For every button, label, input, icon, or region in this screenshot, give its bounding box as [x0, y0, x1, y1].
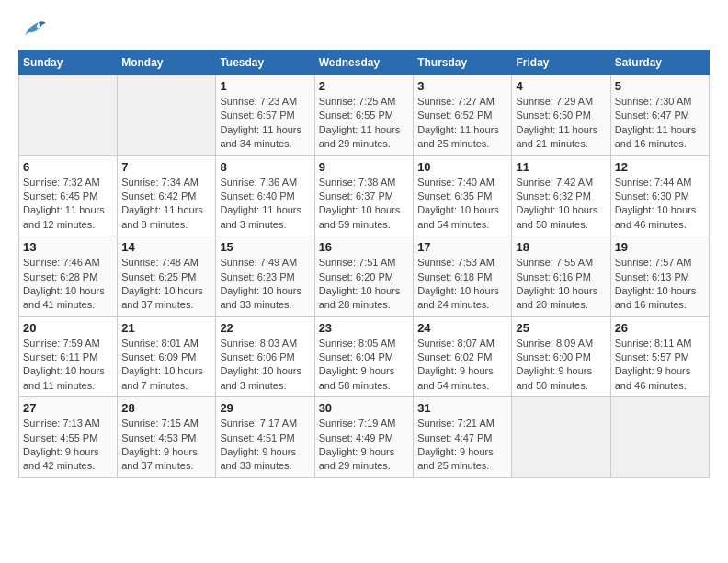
- calendar-table: SundayMondayTuesdayWednesdayThursdayFrid…: [18, 50, 710, 478]
- day-number: 10: [417, 160, 507, 174]
- calendar-header: SundayMondayTuesdayWednesdayThursdayFrid…: [19, 51, 710, 75]
- calendar-day-cell: 29Sunrise: 7:17 AMSunset: 4:51 PMDayligh…: [216, 397, 314, 478]
- day-number: 5: [615, 79, 705, 93]
- day-number: 20: [23, 321, 113, 335]
- logo-bird-icon: [20, 18, 48, 40]
- calendar-day-cell: 5Sunrise: 7:30 AMSunset: 6:47 PMDaylight…: [610, 75, 709, 156]
- day-number: 31: [417, 401, 507, 415]
- day-info: Sunrise: 7:38 AMSunset: 6:37 PMDaylight:…: [319, 177, 401, 230]
- logo: [18, 18, 48, 40]
- day-number: 19: [615, 240, 705, 254]
- day-number: 12: [615, 160, 705, 174]
- day-info: Sunrise: 7:27 AMSunset: 6:52 PMDaylight:…: [417, 96, 499, 149]
- day-number: 29: [220, 401, 310, 415]
- day-info: Sunrise: 7:55 AMSunset: 6:16 PMDaylight:…: [516, 257, 597, 310]
- day-number: 2: [319, 79, 410, 93]
- day-number: 21: [121, 321, 211, 335]
- calendar-day-cell: 8Sunrise: 7:36 AMSunset: 6:40 PMDaylight…: [216, 155, 314, 236]
- day-info: Sunrise: 7:44 AMSunset: 6:30 PMDaylight:…: [615, 177, 697, 230]
- calendar-day-cell: 28Sunrise: 7:15 AMSunset: 4:53 PMDayligh…: [118, 397, 216, 478]
- calendar-week-row: 20Sunrise: 7:59 AMSunset: 6:11 PMDayligh…: [19, 316, 710, 397]
- day-info: Sunrise: 7:49 AMSunset: 6:23 PMDaylight:…: [220, 257, 301, 310]
- day-info: Sunrise: 7:23 AMSunset: 6:57 PMDaylight:…: [220, 96, 301, 149]
- calendar-day-cell: 13Sunrise: 7:46 AMSunset: 6:28 PMDayligh…: [19, 236, 118, 317]
- day-info: Sunrise: 8:03 AMSunset: 6:06 PMDaylight:…: [220, 338, 301, 391]
- day-info: Sunrise: 8:11 AMSunset: 5:57 PMDaylight:…: [615, 338, 692, 391]
- calendar-day-cell: 7Sunrise: 7:34 AMSunset: 6:42 PMDaylight…: [118, 155, 216, 236]
- calendar-day-cell: 11Sunrise: 7:42 AMSunset: 6:32 PMDayligh…: [512, 155, 610, 236]
- day-number: 4: [516, 79, 606, 93]
- calendar-day-cell: 9Sunrise: 7:38 AMSunset: 6:37 PMDaylight…: [314, 155, 414, 236]
- calendar-day-cell: 14Sunrise: 7:48 AMSunset: 6:25 PMDayligh…: [118, 236, 216, 317]
- calendar-day-cell: 6Sunrise: 7:32 AMSunset: 6:45 PMDaylight…: [19, 155, 118, 236]
- day-number: 7: [121, 160, 211, 174]
- day-info: Sunrise: 7:19 AMSunset: 4:49 PMDaylight:…: [319, 418, 396, 471]
- day-info: Sunrise: 7:59 AMSunset: 6:11 PMDaylight:…: [23, 338, 105, 391]
- calendar-day-cell: 15Sunrise: 7:49 AMSunset: 6:23 PMDayligh…: [216, 236, 314, 317]
- calendar-day-cell: 16Sunrise: 7:51 AMSunset: 6:20 PMDayligh…: [314, 236, 414, 317]
- calendar-day-cell: [118, 75, 216, 156]
- calendar-week-row: 1Sunrise: 7:23 AMSunset: 6:57 PMDaylight…: [19, 75, 710, 156]
- calendar-day-cell: [512, 397, 610, 478]
- day-info: Sunrise: 7:48 AMSunset: 6:25 PMDaylight:…: [121, 257, 203, 310]
- calendar-day-cell: 24Sunrise: 8:07 AMSunset: 6:02 PMDayligh…: [414, 316, 512, 397]
- calendar-day-cell: 30Sunrise: 7:19 AMSunset: 4:49 PMDayligh…: [314, 397, 414, 478]
- day-info: Sunrise: 7:30 AMSunset: 6:47 PMDaylight:…: [615, 96, 697, 149]
- day-number: 11: [516, 160, 606, 174]
- day-number: 27: [23, 401, 113, 415]
- day-number: 16: [319, 240, 410, 254]
- calendar-day-cell: 18Sunrise: 7:55 AMSunset: 6:16 PMDayligh…: [512, 236, 610, 317]
- calendar-day-cell: 25Sunrise: 8:09 AMSunset: 6:00 PMDayligh…: [512, 316, 610, 397]
- calendar-day-cell: 21Sunrise: 8:01 AMSunset: 6:09 PMDayligh…: [118, 316, 216, 397]
- calendar-day-cell: 19Sunrise: 7:57 AMSunset: 6:13 PMDayligh…: [610, 236, 709, 317]
- day-info: Sunrise: 7:40 AMSunset: 6:35 PMDaylight:…: [417, 177, 499, 230]
- day-info: Sunrise: 7:17 AMSunset: 4:51 PMDaylight:…: [220, 418, 297, 471]
- day-number: 28: [121, 401, 211, 415]
- calendar-day-cell: 31Sunrise: 7:21 AMSunset: 4:47 PMDayligh…: [414, 397, 512, 478]
- weekday-header: Saturday: [610, 51, 709, 75]
- calendar-week-row: 13Sunrise: 7:46 AMSunset: 6:28 PMDayligh…: [19, 236, 710, 317]
- weekday-header: Sunday: [19, 51, 118, 75]
- weekday-header: Wednesday: [314, 51, 414, 75]
- calendar-day-cell: 23Sunrise: 8:05 AMSunset: 6:04 PMDayligh…: [314, 316, 414, 397]
- day-number: 22: [220, 321, 310, 335]
- day-number: 18: [516, 240, 606, 254]
- calendar-week-row: 6Sunrise: 7:32 AMSunset: 6:45 PMDaylight…: [19, 155, 710, 236]
- weekday-header: Monday: [118, 51, 216, 75]
- calendar-day-cell: [19, 75, 118, 156]
- day-number: 24: [417, 321, 507, 335]
- weekday-header: Thursday: [414, 51, 512, 75]
- calendar-day-cell: 12Sunrise: 7:44 AMSunset: 6:30 PMDayligh…: [610, 155, 709, 236]
- calendar-day-cell: 2Sunrise: 7:25 AMSunset: 6:55 PMDaylight…: [314, 75, 414, 156]
- day-number: 17: [417, 240, 507, 254]
- page-header: [18, 18, 710, 40]
- day-info: Sunrise: 8:05 AMSunset: 6:04 PMDaylight:…: [319, 338, 396, 391]
- day-number: 25: [516, 321, 606, 335]
- calendar-day-cell: 17Sunrise: 7:53 AMSunset: 6:18 PMDayligh…: [414, 236, 512, 317]
- calendar-day-cell: 10Sunrise: 7:40 AMSunset: 6:35 PMDayligh…: [414, 155, 512, 236]
- day-info: Sunrise: 7:32 AMSunset: 6:45 PMDaylight:…: [23, 177, 105, 230]
- calendar-day-cell: 4Sunrise: 7:29 AMSunset: 6:50 PMDaylight…: [512, 75, 610, 156]
- day-number: 13: [23, 240, 113, 254]
- day-number: 9: [319, 160, 410, 174]
- day-number: 15: [220, 240, 310, 254]
- calendar-day-cell: 22Sunrise: 8:03 AMSunset: 6:06 PMDayligh…: [216, 316, 314, 397]
- day-number: 6: [23, 160, 113, 174]
- day-info: Sunrise: 8:07 AMSunset: 6:02 PMDaylight:…: [417, 338, 495, 391]
- day-info: Sunrise: 7:25 AMSunset: 6:55 PMDaylight:…: [319, 96, 401, 149]
- day-number: 14: [121, 240, 211, 254]
- calendar-week-row: 27Sunrise: 7:13 AMSunset: 4:55 PMDayligh…: [19, 397, 710, 478]
- day-info: Sunrise: 8:09 AMSunset: 6:00 PMDaylight:…: [516, 338, 593, 391]
- calendar-day-cell: 1Sunrise: 7:23 AMSunset: 6:57 PMDaylight…: [216, 75, 314, 156]
- calendar-day-cell: 3Sunrise: 7:27 AMSunset: 6:52 PMDaylight…: [414, 75, 512, 156]
- day-info: Sunrise: 7:29 AMSunset: 6:50 PMDaylight:…: [516, 96, 597, 149]
- day-info: Sunrise: 7:13 AMSunset: 4:55 PMDaylight:…: [23, 418, 100, 471]
- day-number: 23: [319, 321, 410, 335]
- day-number: 26: [615, 321, 705, 335]
- day-info: Sunrise: 7:57 AMSunset: 6:13 PMDaylight:…: [615, 257, 697, 310]
- calendar-day-cell: [610, 397, 709, 478]
- calendar-day-cell: 20Sunrise: 7:59 AMSunset: 6:11 PMDayligh…: [19, 316, 118, 397]
- day-info: Sunrise: 7:42 AMSunset: 6:32 PMDaylight:…: [516, 177, 597, 230]
- day-number: 8: [220, 160, 310, 174]
- day-number: 30: [319, 401, 410, 415]
